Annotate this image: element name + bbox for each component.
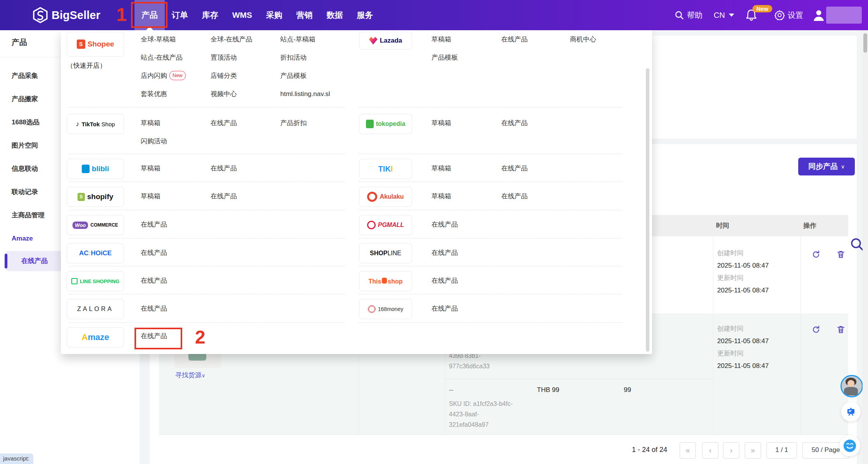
blibli-wordmark: blibli [92, 165, 109, 173]
sync-row-icon[interactable] [811, 250, 821, 259]
nav-item-orders[interactable]: 订单 [165, 0, 195, 30]
tiki-wordmark: TIK [378, 165, 391, 173]
menu-link[interactable]: 店铺分类 [211, 67, 280, 85]
menu-row-woocommerce-pgmall: Woo COMMERCE 在线产品 PGMALL 在线产品 [61, 210, 652, 239]
lazada-logo[interactable]: Lazada [359, 32, 412, 50]
menu-link[interactable]: 草稿箱 [141, 187, 211, 205]
account-button[interactable] [812, 9, 825, 23]
sync-row-icon[interactable] [811, 325, 821, 334]
menu-link[interactable]: 在线产品 [501, 30, 570, 48]
menu-link[interactable]: 在线产品 [141, 272, 211, 290]
pagination-first-button[interactable]: « [680, 442, 696, 459]
menu-link[interactable]: 在线产品 [211, 114, 280, 132]
annotation-step-2: 2 [195, 327, 205, 348]
menu-link[interactable]: 草稿箱 [431, 187, 501, 205]
support-agent-avatar[interactable] [840, 375, 863, 397]
shopee-wordmark: Shopee [88, 40, 114, 48]
line-shopping-logo[interactable]: LINE SHOPPING [67, 271, 124, 291]
menu-link[interactable]: 置顶活动 [211, 48, 280, 67]
menu-scrollbar-thumb[interactable] [646, 68, 649, 352]
menu-link[interactable]: 闪购活动 [141, 132, 211, 150]
menu-link[interactable]: 在线产品 [431, 215, 501, 234]
menu-link[interactable]: 店内闪购New [141, 67, 211, 85]
menu-link[interactable]: 全球-草稿箱 [141, 30, 211, 48]
menu-link[interactable]: 在线产品 [141, 215, 211, 234]
page-scrollbar-thumb[interactable] [863, 33, 867, 53]
shopee-logo[interactable]: S Shopee [67, 32, 124, 57]
delete-row-icon[interactable] [836, 325, 846, 334]
sidebar-item-product-migrate[interactable]: 产品搬家 [12, 88, 38, 111]
menu-link[interactable]: 视频中心 [211, 85, 280, 103]
search-icon[interactable] [850, 237, 864, 253]
pagination-last-button[interactable]: » [745, 442, 761, 459]
pagination-next-button[interactable]: › [723, 442, 739, 459]
bigseller-logo[interactable]: BigSeller [33, 0, 100, 30]
menu-link[interactable]: 产品模板 [280, 67, 377, 85]
find-supplier-link[interactable]: 寻找货源∨ [175, 371, 205, 380]
menu-link[interactable]: 在线产品 [431, 272, 501, 290]
menu-link[interactable]: 在线产品 [211, 187, 280, 205]
menu-link[interactable]: 草稿箱 [431, 114, 501, 132]
168money-logo[interactable]: 168money [359, 299, 412, 319]
settings-button[interactable]: 设置 [775, 0, 803, 30]
achoice-logo[interactable]: AC:HOiCE [67, 243, 124, 263]
shopline-logo[interactable]: SHOPLINE [359, 243, 412, 263]
pagination-prev-button[interactable]: ‹ [702, 442, 718, 459]
amaze-logo[interactable]: Amaze [67, 327, 124, 347]
tokopedia-logo[interactable]: tokopedia [359, 114, 412, 134]
menu-link[interactable]: 在线产品 [431, 299, 501, 318]
zalora-logo[interactable]: ZALORA [67, 299, 124, 319]
nav-item-inventory[interactable]: 库存 [195, 0, 225, 30]
delete-row-icon[interactable] [836, 250, 846, 259]
tiki-logo[interactable]: TIKI [359, 159, 412, 179]
nav-item-services[interactable]: 服务 [350, 0, 380, 30]
nav-item-purchase[interactable]: 采购 [259, 0, 289, 30]
menu-link[interactable]: 在线产品 [211, 159, 280, 177]
menu-link[interactable]: 在线产品 [501, 187, 570, 205]
tutorial-widget-button[interactable] [841, 402, 861, 421]
menu-link[interactable]: 站点-在线产品 [141, 48, 211, 67]
menu-link[interactable]: html.listing.nav.sl [280, 85, 377, 103]
menu-link[interactable]: 产品模板 [431, 48, 501, 67]
nav-item-data[interactable]: 数据 [319, 0, 350, 30]
sidebar-item-image-space[interactable]: 图片空间 [12, 134, 38, 157]
menu-link[interactable]: 套装优惠 [141, 85, 211, 103]
woocommerce-logo[interactable]: Woo COMMERCE [67, 215, 124, 235]
sidebar-item-1688-picks[interactable]: 1688选品 [12, 111, 40, 134]
menu-link[interactable]: 在线产品 [141, 299, 211, 318]
line-shopping-links: 在线产品 [141, 272, 377, 290]
menu-link[interactable]: 草稿箱 [431, 30, 501, 48]
shopee-bag-icon: S [77, 40, 85, 49]
menu-link[interactable]: 在线产品 [501, 159, 570, 177]
page-scrollbar-track[interactable] [863, 30, 868, 464]
nav-item-wms[interactable]: WMS [225, 0, 259, 30]
sidebar-item-product-scrape[interactable]: 产品采集 [12, 64, 38, 88]
sidebar-item-amaze[interactable]: Amaze [12, 227, 33, 250]
menu-link[interactable]: 在线产品 [431, 244, 501, 262]
sync-product-button[interactable]: 同步产品 ∨ [798, 158, 855, 175]
sidebar-item-info-link[interactable]: 信息联动 [12, 157, 38, 180]
language-selector[interactable]: CN [714, 0, 734, 30]
menu-link[interactable]: 折扣活动 [280, 48, 377, 67]
menu-link[interactable]: 草稿箱 [141, 159, 211, 177]
woocommerce-wordmark: COMMERCE [90, 222, 118, 228]
sidebar-item-master-product[interactable]: 主商品管理 [12, 204, 45, 227]
sidebar-item-link-records[interactable]: 联动记录 [12, 180, 38, 204]
tiktok-shop-logo[interactable]: ♪ TikTok Shop [67, 114, 124, 134]
pgmall-logo[interactable]: PGMALL [359, 215, 412, 235]
menu-link[interactable]: 在线产品 [141, 244, 211, 262]
menu-link[interactable]: 全球-在线产品 [211, 30, 280, 48]
help-button[interactable]: 帮助 [675, 0, 702, 30]
chat-support-button[interactable] [839, 435, 860, 456]
shopify-logo[interactable]: S shopify [67, 187, 124, 207]
akulaku-logo[interactable]: Akulaku [359, 187, 412, 207]
menu-link[interactable]: 草稿箱 [141, 114, 211, 132]
this-shop-logo[interactable]: Thisshop [359, 271, 412, 291]
tokopedia-bag-icon [366, 120, 374, 128]
cell-divider [801, 236, 801, 314]
blibli-logo[interactable]: blibli [67, 159, 124, 179]
menu-link[interactable]: 在线产品 [501, 114, 570, 132]
menu-link[interactable]: 商机中心 [570, 30, 647, 48]
menu-link[interactable]: 草稿箱 [431, 159, 501, 177]
nav-item-marketing[interactable]: 营销 [289, 0, 319, 30]
